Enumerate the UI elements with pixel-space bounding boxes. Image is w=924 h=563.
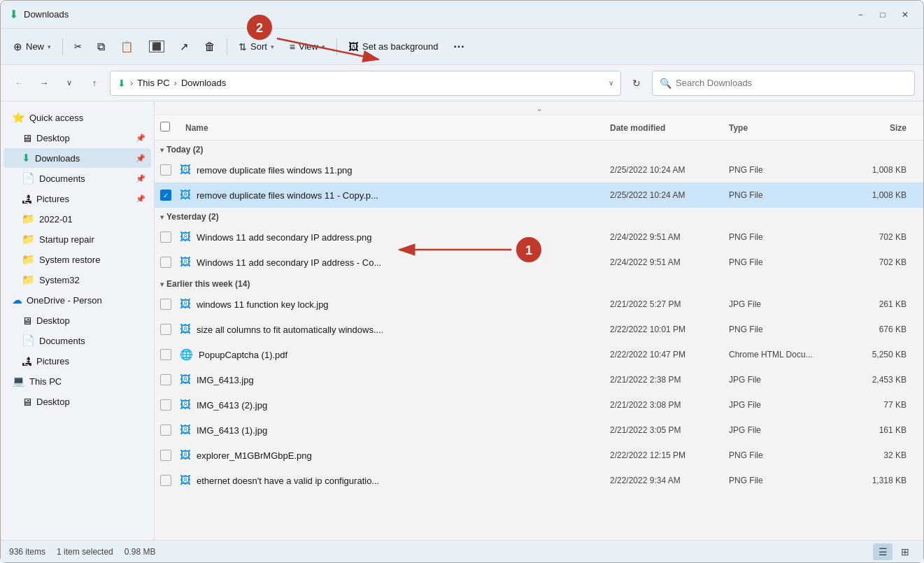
file-size: 1,008 KB (848, 165, 918, 175)
table-row[interactable]: 🖼 remove duplicate files windows 11.png … (155, 157, 923, 183)
jpg-file-icon-2: 🖼 (180, 373, 191, 386)
checked-checkbox[interactable]: ✓ (160, 190, 171, 201)
group-yesterday-chevron: ▾ (160, 213, 164, 221)
row-check-cell[interactable] (160, 324, 180, 335)
unchecked-checkbox[interactable] (160, 374, 171, 385)
close-button[interactable]: ✕ (895, 5, 915, 24)
forward-button[interactable]: → (34, 73, 54, 93)
sidebar-pc-desktop-label: Desktop (36, 397, 145, 407)
unchecked-checkbox[interactable] (160, 349, 171, 360)
group-yesterday[interactable]: ▾ Yesterday (2) (155, 208, 923, 225)
sidebar-item-startup-repair[interactable]: 📁 Startup repair (3, 229, 151, 249)
cut-button[interactable]: ✂ (67, 34, 89, 59)
details-view-button[interactable]: ☰ (873, 543, 893, 560)
row-check-cell[interactable] (160, 349, 180, 360)
group-earlier[interactable]: ▾ Earlier this week (14) (155, 275, 923, 292)
unchecked-checkbox[interactable] (160, 231, 171, 243)
row-check-cell[interactable] (160, 164, 180, 176)
unchecked-checkbox[interactable] (160, 257, 171, 268)
col-name-header[interactable]: Name (180, 123, 610, 133)
table-row[interactable]: 🖼 IMG_6413.jpg 2/21/2022 2:38 PM JPG Fil… (155, 367, 923, 392)
search-box[interactable]: 🔍 (652, 71, 915, 96)
recent-locations-button[interactable]: ∨ (59, 73, 79, 93)
sidebar-item-system-restore[interactable]: 📁 System restore (3, 250, 151, 269)
row-check-cell[interactable] (160, 257, 180, 268)
sidebar-item-pc-desktop[interactable]: 🖥 Desktop (3, 392, 151, 411)
sidebar-item-documents-qa[interactable]: 📄 Documents 📌 (3, 169, 151, 188)
row-check-cell[interactable] (160, 299, 180, 310)
more-options-button[interactable]: ··· (446, 34, 471, 59)
documents-icon: 📄 (22, 172, 35, 185)
col-date-header[interactable]: Date modified (610, 123, 729, 133)
unchecked-checkbox[interactable] (160, 399, 171, 411)
paste-button[interactable]: 📋 (113, 34, 141, 59)
unchecked-checkbox[interactable] (160, 475, 171, 486)
sidebar-item-quick-access[interactable]: ⭐ Quick access (3, 108, 151, 127)
row-check-cell[interactable] (160, 374, 180, 385)
path-downloads-icon: ⬇ (118, 78, 126, 89)
tiles-view-button[interactable]: ⊞ (895, 543, 915, 560)
star-icon: ⭐ (12, 111, 25, 124)
unchecked-checkbox[interactable] (160, 324, 171, 335)
table-row[interactable]: 🖼 Windows 11 add secondary IP address - … (155, 250, 923, 275)
sidebar-item-2022-01[interactable]: 📁 2022-01 (3, 209, 151, 229)
table-row[interactable]: 🖼 explorer_M1GBrMGbpE.png 2/22/2022 12:1… (155, 443, 923, 468)
row-check-cell[interactable]: ✓ (160, 190, 180, 201)
table-row[interactable]: 🖼 Windows 11 add secondary IP address.pn… (155, 225, 923, 250)
sidebar-sys32-label: System32 (39, 275, 145, 285)
col-size-header[interactable]: Size (848, 123, 918, 133)
table-row[interactable]: 🖼 IMG_6413 (1).jpg 2/21/2022 3:05 PM JPG… (155, 418, 923, 443)
expand-row[interactable]: ⌄ (155, 101, 923, 115)
new-button[interactable]: ⊕ New ▾ (6, 34, 58, 59)
jpg-file-icon: 🖼 (180, 298, 191, 311)
view-button[interactable]: ≡ View ▾ (283, 34, 332, 59)
row-check-cell[interactable] (160, 399, 180, 411)
group-today[interactable]: ▾ Today (2) (155, 141, 923, 157)
row-check-cell[interactable] (160, 231, 180, 243)
address-path[interactable]: ⬇ › This PC › Downloads ∨ (110, 71, 621, 96)
row-check-cell[interactable] (160, 425, 180, 436)
up-button[interactable]: ↑ (85, 73, 104, 93)
unchecked-checkbox[interactable] (160, 164, 171, 176)
search-input[interactable] (676, 78, 907, 88)
table-row[interactable]: 🌐 PopupCaptcha (1).pdf 2/22/2022 10:47 P… (155, 342, 923, 367)
share-button[interactable]: ↗ (173, 34, 196, 59)
row-check-cell[interactable] (160, 450, 180, 461)
unchecked-checkbox[interactable] (160, 425, 171, 436)
sidebar-item-od-pictures[interactable]: 🏞 Pictures (3, 351, 151, 371)
sort-button[interactable]: ⇅ Sort ▾ (232, 34, 281, 59)
downloads-icon: ⬇ (9, 8, 18, 21)
refresh-button[interactable]: ↻ (627, 73, 646, 93)
row-check-cell[interactable] (160, 475, 180, 486)
view-chevron-icon: ▾ (322, 43, 325, 50)
table-row[interactable]: 🖼 windows 11 function key lock.jpg 2/21/… (155, 292, 923, 317)
file-type-12: PNG File (729, 476, 848, 485)
rename-button[interactable]: ⬛ (142, 34, 171, 59)
png-file-icon-4: 🖼 (180, 256, 191, 269)
sidebar-item-desktop-qa[interactable]: 🖥 Desktop 📌 (3, 128, 151, 148)
sidebar-item-od-desktop[interactable]: 🖥 Desktop (3, 311, 151, 330)
sidebar-item-od-documents[interactable]: 📄 Documents (3, 331, 151, 350)
table-row[interactable]: 🖼 ethernet doesn't have a valid ip confi… (155, 468, 923, 493)
set-background-button[interactable]: 🖼 Set as background (341, 34, 445, 59)
unchecked-checkbox[interactable] (160, 299, 171, 310)
sidebar-item-onedrive[interactable]: ☁ OneDrive - Person (3, 290, 151, 310)
copy-button[interactable]: ⧉ (90, 34, 112, 59)
file-date-6: 2/22/2022 10:01 PM (610, 325, 729, 334)
table-row[interactable]: ✓ 🖼 remove duplicate files windows 11 - … (155, 183, 923, 208)
sidebar-item-downloads-qa[interactable]: ⬇ Downloads 📌 (3, 148, 151, 168)
select-all-checkbox[interactable] (160, 122, 170, 131)
maximize-button[interactable]: □ (873, 5, 893, 24)
col-type-header[interactable]: Type (729, 123, 848, 133)
sidebar-item-thispc[interactable]: 💻 This PC (3, 371, 151, 391)
sidebar-item-pictures-qa[interactable]: 🏞 Pictures 📌 (3, 189, 151, 208)
back-button[interactable]: ← (9, 73, 29, 93)
delete-button[interactable]: 🗑 (197, 34, 222, 59)
sidebar-downloads-label: Downloads (35, 153, 132, 164)
table-row[interactable]: 🖼 size all columns to fit automatically … (155, 317, 923, 342)
minimize-button[interactable]: − (851, 5, 870, 24)
table-row[interactable]: 🖼 IMG_6413 (2).jpg 2/21/2022 3:08 PM JPG… (155, 392, 923, 418)
sidebar-item-system32[interactable]: 📁 System32 (3, 270, 151, 290)
header-checkbox[interactable] (160, 122, 180, 134)
unchecked-checkbox[interactable] (160, 450, 171, 461)
